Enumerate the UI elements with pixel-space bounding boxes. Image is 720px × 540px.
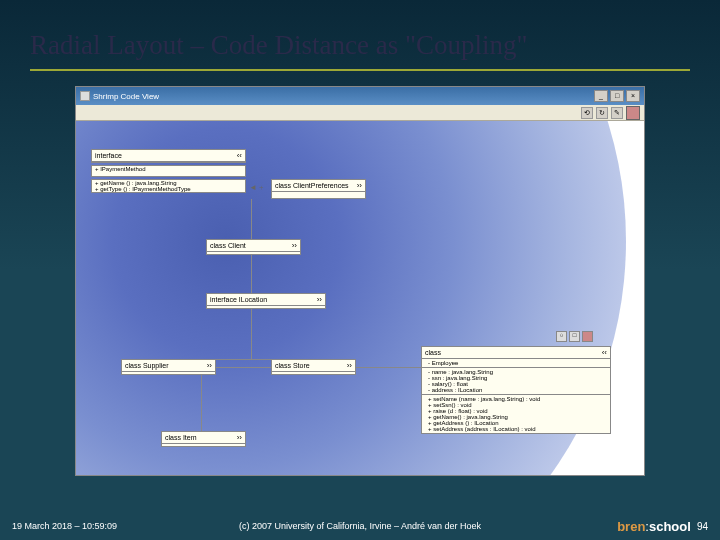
avatar-icon[interactable] [582,331,593,342]
employee-toolbar: ○ □ [556,331,593,342]
connector [216,367,271,368]
plus-icon: + [259,183,264,192]
arrow-icon: ◄ [249,183,257,192]
page-number: 94 [697,521,708,532]
refresh-icon[interactable]: ⟲ [581,107,593,119]
uml-payment-box[interactable]: + IPaymentMethod [91,165,246,177]
uml-supplier-box[interactable]: class Supplier›› [121,359,216,375]
footer-copyright: (c) 2007 University of California, Irvin… [239,521,481,531]
connector [251,199,252,239]
connector [166,359,271,360]
interface-label: interface [95,152,122,159]
user-avatar[interactable] [626,106,640,120]
minimize-icon[interactable]: ‹‹ [237,151,242,160]
bren-logo: bren:school [617,519,691,534]
connector [356,367,421,368]
item-label: class Item [165,434,197,441]
connector [251,309,252,359]
edit-icon[interactable]: ✎ [611,107,623,119]
employee-class-label: class [425,349,441,356]
embedded-screenshot: Shrimp Code View _ □ × ⟲ ↻ ✎ interface‹‹… [75,86,645,476]
minimize-button[interactable]: _ [594,90,608,102]
clientprefs-label: class ClientPreferences [275,182,349,189]
connector [201,375,202,431]
uml-ilocation-box[interactable]: interface ILocation›› [206,293,326,309]
uml-interface-box[interactable]: interface‹‹ [91,149,246,163]
footer-datetime: 19 March 2018 – 10:59:09 [12,521,117,531]
window-titlebar: Shrimp Code View _ □ × [76,87,644,105]
logo-bren-text: bren [617,519,645,534]
supplier-label: class Supplier [125,362,169,369]
logo-school-text: school [649,519,691,534]
square-icon[interactable]: □ [569,331,580,342]
expand-icon[interactable]: ›› [237,433,242,442]
method-2: + getType () : IPaymentMethodType [92,186,245,192]
maximize-button[interactable]: □ [610,90,624,102]
emp-method-6: + setAddress (address : ILocation) : voi… [425,426,607,432]
uml-store-box[interactable]: class Store›› [271,359,356,375]
uml-item-box[interactable]: class Item›› [161,431,246,447]
client-label: class Client [210,242,246,249]
uml-methods-box[interactable]: + getName () : java.lang.String + getTyp… [91,179,246,193]
uml-client-box[interactable]: class Client›› [206,239,301,255]
minimize-icon[interactable]: ‹‹ [602,348,607,357]
ilocation-label: interface ILocation [210,296,267,303]
expand-icon[interactable]: ›› [357,181,362,190]
redo-icon[interactable]: ↻ [596,107,608,119]
title-underline [30,69,690,71]
expand-icon[interactable]: ›› [292,241,297,250]
emp-field-4: - address : ILocation [425,387,607,393]
window-icon [80,91,90,101]
expand-icon[interactable]: ›› [207,361,212,370]
close-button[interactable]: × [626,90,640,102]
uml-clientprefs-box[interactable]: class ClientPreferences›› [271,179,366,199]
expand-icon[interactable]: ›› [347,361,352,370]
toolbar: ⟲ ↻ ✎ [76,105,644,121]
circle-icon[interactable]: ○ [556,331,567,342]
expand-icon[interactable]: ›› [317,295,322,304]
uml-employee-box[interactable]: class‹‹ - Employee - name : java.lang.St… [421,346,611,434]
store-label: class Store [275,362,310,369]
connector [251,255,252,293]
employee-name: - Employee [425,360,607,366]
slide-footer: 19 March 2018 – 10:59:09 (c) 2007 Univer… [0,512,720,540]
diagram-canvas[interactable]: interface‹‹ + IPaymentMethod + getName (… [76,121,644,476]
window-title: Shrimp Code View [93,92,594,101]
slide-title: Radial Layout – Code Distance as "Coupli… [0,0,720,69]
payment-label: + IPaymentMethod [92,166,245,172]
